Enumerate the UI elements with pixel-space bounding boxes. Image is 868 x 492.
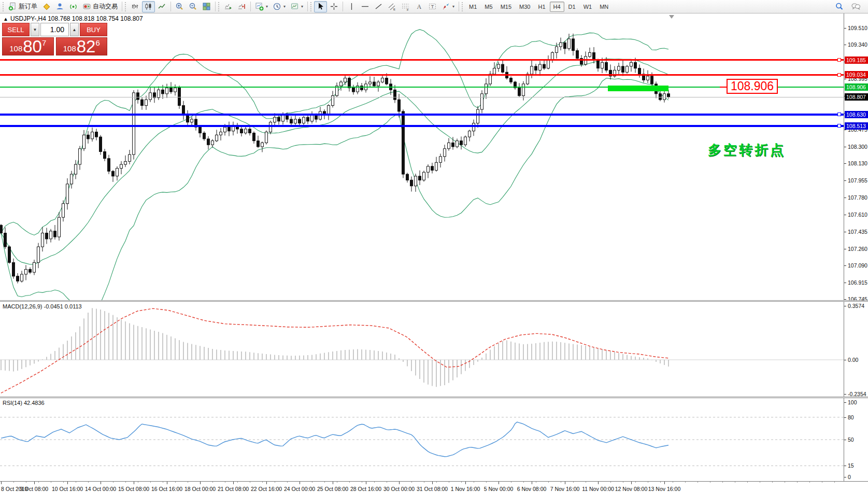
- time-tick: [399, 482, 400, 484]
- time-axis[interactable]: 8 Oct 20199 Oct 08:0010 Oct 16:0014 Oct …: [0, 481, 868, 492]
- horizontal-level-line[interactable]: [0, 125, 844, 127]
- collapse-arrow-icon[interactable]: ▲: [3, 16, 8, 22]
- candle: [634, 62, 637, 68]
- horizontal-level-line[interactable]: [0, 74, 844, 76]
- toolbar-drag-handle[interactable]: [3, 2, 4, 11]
- line-handle[interactable]: [837, 113, 841, 116]
- candle: [145, 100, 148, 105]
- timeframe-d1-button[interactable]: D1: [565, 2, 579, 12]
- auto-trading-button[interactable]: 自动交易: [80, 1, 120, 12]
- horizontal-line-button[interactable]: [359, 1, 372, 12]
- price-chart-pane[interactable]: 108.906 多空转折点 ▲USDJPY-,H4 108.768 108.81…: [0, 13, 844, 300]
- candle: [166, 88, 168, 94]
- price-level-box[interactable]: 108.906: [727, 79, 778, 94]
- sell-price-main: 80: [23, 39, 42, 54]
- timeframe-h4-button[interactable]: H4: [550, 2, 564, 12]
- timeframe-m15-button[interactable]: M15: [497, 2, 515, 12]
- candle: [344, 78, 347, 82]
- trendline-button[interactable]: [372, 1, 385, 12]
- time-tick: [664, 482, 665, 484]
- timeframe-m1-button[interactable]: M1: [465, 2, 480, 12]
- time-minor-tick: [287, 482, 288, 483]
- volume-increase-button[interactable]: ▲: [70, 23, 79, 36]
- pane-splitter[interactable]: [0, 397, 868, 398]
- time-minor-tick: [51, 482, 51, 483]
- time-minor-tick: [673, 482, 673, 483]
- channel-button[interactable]: E: [386, 1, 399, 12]
- zoom-in-button[interactable]: [173, 1, 186, 12]
- search-button[interactable]: [833, 1, 846, 12]
- templates-button[interactable]: ▾: [288, 1, 305, 12]
- auto-scroll-button[interactable]: [222, 1, 235, 12]
- turning-point-annotation[interactable]: 多空转折点: [708, 141, 786, 159]
- periods-button[interactable]: ▾: [271, 1, 288, 12]
- volume-decrease-button[interactable]: ▼: [31, 23, 39, 36]
- timeframe-h1-button[interactable]: H1: [534, 2, 549, 12]
- chart-shift-button[interactable]: [235, 1, 248, 12]
- timeframe-m5-button[interactable]: M5: [481, 2, 496, 12]
- fibonacci-button[interactable]: F: [399, 1, 412, 12]
- candle: [576, 51, 579, 59]
- toolbar-drag-handle[interactable]: [310, 2, 312, 11]
- pane-splitter[interactable]: [0, 300, 868, 302]
- price-tick-label: 107.090: [848, 262, 867, 269]
- timeframe-w1-button[interactable]: W1: [580, 2, 596, 12]
- trend-line-icon: [374, 2, 383, 11]
- toolbar-drag-handle[interactable]: [218, 2, 220, 11]
- candle: [137, 93, 139, 100]
- candle: [278, 117, 280, 121]
- horizontal-level-line[interactable]: [0, 97, 844, 97]
- candlestick-chart-button[interactable]: [142, 1, 155, 12]
- buy-price-box[interactable]: 108826: [56, 37, 108, 55]
- zoom-out-button[interactable]: [187, 1, 200, 12]
- line-handle[interactable]: [837, 73, 841, 77]
- sell-button[interactable]: SELL: [2, 23, 30, 36]
- time-label: 1 Nov 16:00: [451, 486, 480, 492]
- signals-button[interactable]: [67, 1, 80, 12]
- price-axis[interactable]: 109.510109.340109.165108.995108.820108.6…: [844, 13, 868, 481]
- line-handle[interactable]: [837, 124, 841, 128]
- time-minor-tick: [785, 482, 785, 483]
- signals-icon: [69, 2, 78, 11]
- macd-chart[interactable]: [0, 302, 844, 397]
- new-order-button[interactable]: 新订单: [6, 1, 39, 12]
- chat-button[interactable]: [849, 1, 863, 12]
- cursor-button[interactable]: [314, 1, 327, 12]
- text-button[interactable]: A: [412, 1, 425, 12]
- time-label: 28 Oct 16:00: [350, 486, 381, 492]
- candle: [419, 176, 421, 180]
- candle: [502, 64, 504, 72]
- macd-indicator-pane[interactable]: MACD(12,26,9) -0.0451 0.0113: [0, 302, 844, 397]
- tile-windows-button[interactable]: [200, 1, 213, 12]
- time-minor-tick: [63, 482, 64, 483]
- candle: [564, 43, 566, 48]
- profile-button[interactable]: [53, 1, 66, 12]
- rsi-indicator-pane[interactable]: RSI(14) 42.4836: [0, 398, 844, 481]
- time-minor-tick: [38, 482, 39, 483]
- toolbar-drag-handle[interactable]: [462, 2, 463, 11]
- time-minor-tick: [573, 482, 574, 483]
- crosshair-button[interactable]: [328, 1, 340, 12]
- buy-button[interactable]: BUY: [80, 23, 107, 36]
- chart-shift-marker-icon[interactable]: [669, 15, 674, 19]
- line-handle[interactable]: [837, 58, 841, 62]
- time-tick: [465, 482, 466, 484]
- bar-chart-icon: [131, 2, 139, 11]
- highlight-rectangle[interactable]: [608, 86, 668, 91]
- timeframe-m30-button[interactable]: M30: [516, 2, 534, 12]
- horizontal-level-line[interactable]: [0, 87, 844, 88]
- text-label-button[interactable]: T: [426, 1, 439, 12]
- horizontal-level-line[interactable]: [0, 114, 844, 116]
- toolbar-drag-handle[interactable]: [125, 2, 126, 11]
- indicators-button[interactable]: ▾: [253, 1, 270, 12]
- volume-input[interactable]: 1.00: [40, 23, 69, 36]
- bar-chart-button[interactable]: [129, 1, 141, 12]
- timeframe-mn-button[interactable]: MN: [596, 2, 612, 12]
- rsi-chart[interactable]: [0, 398, 844, 481]
- sell-price-box[interactable]: 108807: [2, 37, 54, 55]
- vertical-line-button[interactable]: [345, 1, 358, 12]
- arrows-button[interactable]: ▾: [439, 1, 457, 12]
- horizontal-level-line[interactable]: [0, 59, 844, 61]
- metaeditor-button[interactable]: [40, 1, 53, 12]
- line-chart-button[interactable]: [155, 1, 168, 12]
